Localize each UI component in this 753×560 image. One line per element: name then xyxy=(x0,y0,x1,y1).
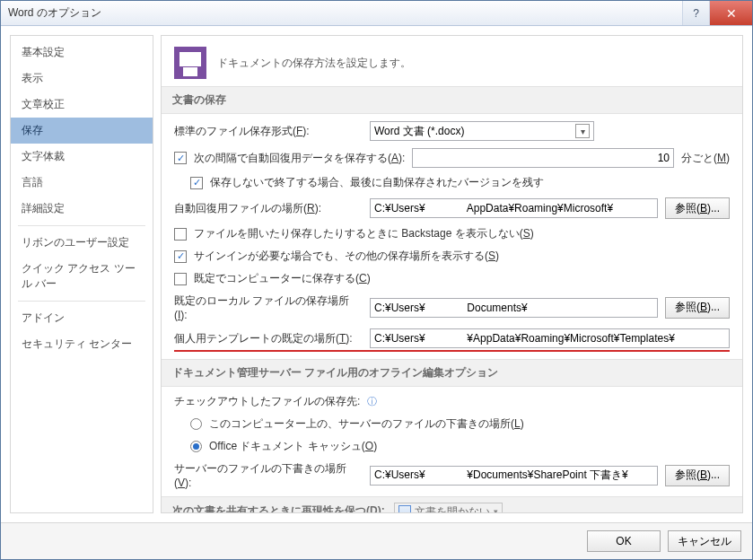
sidebar-item-addins[interactable]: アドイン xyxy=(11,305,153,331)
save-icon xyxy=(174,47,206,79)
autosave-label: 次の間隔で自動回復用データを保存する(A): xyxy=(194,151,405,166)
autosave-interval-input[interactable] xyxy=(412,148,674,168)
keep-last-checkbox[interactable]: ✓ xyxy=(190,177,203,189)
sidebar: 基本設定 表示 文章校正 保存 文字体裁 言語 詳細設定 リボンのユーザー設定 … xyxy=(10,35,153,513)
sidebar-item-trustcenter[interactable]: セキュリティ センター xyxy=(11,331,153,357)
section-offline-header: ドキュメント管理サーバー ファイル用のオフライン編集オプション xyxy=(162,359,742,387)
autorec-browse-button[interactable]: 参照(B)... xyxy=(665,197,730,219)
cancel-button[interactable]: キャンセル xyxy=(668,530,741,552)
autorec-loc-label: 自動回復用ファイルの場所(R): xyxy=(174,201,363,216)
autosave-unit-label: 分ごと(M) xyxy=(681,151,730,166)
section-share-header: 次の文書を共有するときに再現性を保つ(D): 文書を開かない ▾ xyxy=(162,496,742,512)
default-computer-label: 既定でコンピューターに保存する(C) xyxy=(194,271,371,286)
sidebar-item-advanced[interactable]: 詳細設定 xyxy=(11,196,153,222)
chevron-down-icon: ▾ xyxy=(575,124,590,138)
close-button[interactable]: ✕ xyxy=(709,1,752,25)
signin-checkbox[interactable]: ✓ xyxy=(174,250,187,263)
sidebar-item-language[interactable]: 言語 xyxy=(11,170,153,196)
sidebar-item-ribbon[interactable]: リボンのユーザー設定 xyxy=(11,230,153,256)
document-icon xyxy=(398,505,411,512)
server-drafts-loc-label: サーバーのファイルの下書きの場所(V): xyxy=(174,461,363,489)
sidebar-item-save[interactable]: 保存 xyxy=(11,118,153,144)
autosave-checkbox[interactable]: ✓ xyxy=(174,152,187,164)
chevron-down-icon: ▾ xyxy=(494,507,498,512)
keep-last-label: 保存しないで終了する場合、最後に自動保存されたバージョンを残す xyxy=(210,175,544,190)
page-caption: ドキュメントの保存方法を設定します。 xyxy=(217,56,411,71)
section-save-header: 文書の保存 xyxy=(162,86,742,114)
radio-office-cache[interactable] xyxy=(190,441,202,452)
signin-label: サインインが必要な場合でも、その他の保存場所を表示する(S) xyxy=(194,249,499,264)
backstage-label: ファイルを開いたり保存したりするときに Backstage を表示しない(S) xyxy=(194,226,534,241)
sidebar-item-general[interactable]: 基本設定 xyxy=(11,39,153,66)
radio-office-cache-label: Office ドキュメント キャッシュ(O) xyxy=(209,439,377,454)
format-label: 標準のファイル保存形式(F): xyxy=(174,124,363,139)
checkout-dest-label: チェックアウトしたファイルの保存先: xyxy=(174,394,360,409)
format-select[interactable]: Word 文書 (*.docx) ▾ xyxy=(370,121,594,141)
dialog-footer: OK キャンセル xyxy=(1,522,752,559)
radio-server-drafts-label: このコンピューター上の、サーバーのファイルの下書きの場所(L) xyxy=(209,416,524,432)
server-drafts-browse-button[interactable]: 参照(B)... xyxy=(665,465,730,486)
help-button[interactable]: ? xyxy=(682,1,709,25)
sidebar-item-typography[interactable]: 文字体裁 xyxy=(11,144,153,170)
personal-template-label: 個人用テンプレートの既定の場所(T): xyxy=(174,331,363,346)
autorec-loc-input[interactable] xyxy=(370,198,658,218)
share-document-select[interactable]: 文書を開かない ▾ xyxy=(394,503,503,512)
default-local-browse-button[interactable]: 参照(B)... xyxy=(665,297,730,319)
sidebar-item-display[interactable]: 表示 xyxy=(11,66,153,92)
server-drafts-loc-input[interactable] xyxy=(370,466,658,486)
info-icon[interactable]: ⓘ xyxy=(367,395,377,408)
ok-button[interactable]: OK xyxy=(587,530,661,552)
sidebar-item-proofing[interactable]: 文章校正 xyxy=(11,92,153,118)
default-local-input[interactable] xyxy=(370,298,658,318)
titlebar: Word のオプション ? ✕ xyxy=(1,1,752,26)
sidebar-item-qat[interactable]: クイック アクセス ツール バー xyxy=(11,256,153,297)
personal-template-input[interactable] xyxy=(370,328,730,348)
default-local-label: 既定のローカル ファイルの保存場所(I): xyxy=(174,293,363,321)
backstage-checkbox[interactable] xyxy=(174,228,187,241)
radio-server-drafts[interactable] xyxy=(190,418,202,430)
default-computer-checkbox[interactable] xyxy=(174,273,187,285)
window-title: Word のオプション xyxy=(8,5,682,21)
